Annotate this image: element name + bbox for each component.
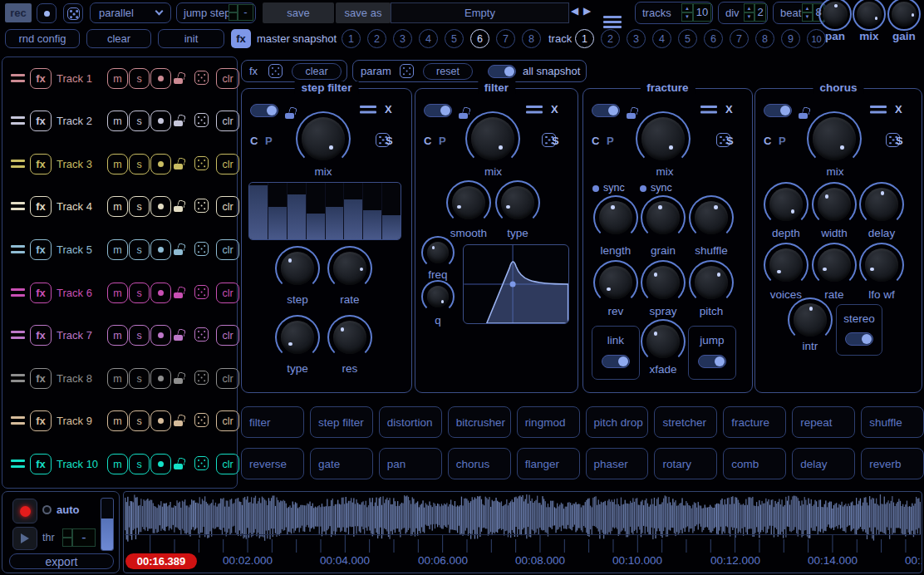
track-fx-button[interactable]: fx <box>30 325 52 346</box>
jump-step-down[interactable] <box>229 12 238 21</box>
menu-bars-icon[interactable] <box>360 106 376 108</box>
effect-button-rotary[interactable]: rotary <box>654 448 717 479</box>
drag-handle-icon[interactable] <box>11 202 25 204</box>
record-dot-button[interactable] <box>37 3 57 23</box>
jump-step-up[interactable] <box>229 4 238 12</box>
tracks-up[interactable]: ▲ <box>681 3 693 12</box>
export-button[interactable]: export <box>9 553 114 569</box>
record-button[interactable] <box>150 410 171 431</box>
close-x[interactable]: X <box>725 103 733 115</box>
mute-button[interactable]: m <box>107 454 128 474</box>
clear-track-button[interactable]: clr <box>216 154 239 174</box>
mute-button[interactable]: m <box>107 325 128 346</box>
effect-button-repeat[interactable]: repeat <box>792 406 855 438</box>
clear-track-button[interactable]: clr <box>216 368 239 389</box>
track-fx-button[interactable]: fx <box>30 239 52 260</box>
mode-dropdown[interactable]: parallel <box>90 2 171 23</box>
effect-button-comb[interactable]: comb <box>723 448 786 479</box>
master-gain-knob[interactable] <box>892 2 917 27</box>
track-snapshot-1[interactable]: 1 <box>575 29 594 48</box>
master-snapshot-4[interactable]: 4 <box>419 29 438 48</box>
solo-button[interactable]: s <box>129 68 150 89</box>
track-fx-button[interactable]: fx <box>30 196 52 217</box>
copy-button[interactable]: C <box>592 135 599 147</box>
mix-knob[interactable] <box>471 117 514 160</box>
lock-icon[interactable] <box>174 329 184 341</box>
drag-handle-icon[interactable] <box>11 74 25 76</box>
type-knob[interactable] <box>501 186 534 219</box>
fx-dice-icon[interactable] <box>268 64 283 78</box>
preset-name-field[interactable]: Empty <box>391 2 569 23</box>
lock-icon[interactable] <box>174 115 184 126</box>
master-snapshot-5[interactable]: 5 <box>445 29 464 48</box>
drag-handle-icon[interactable] <box>11 288 25 291</box>
paste-button[interactable]: P <box>607 135 614 147</box>
lock-icon[interactable] <box>174 372 184 384</box>
dice-icon[interactable] <box>194 199 209 213</box>
effect-button-fracture[interactable]: fracture <box>723 406 786 438</box>
close-x[interactable]: X <box>551 103 558 115</box>
master-snapshot-1[interactable]: 1 <box>342 29 361 48</box>
snapshot-s[interactable]: S <box>386 135 393 147</box>
step-knob[interactable] <box>281 252 314 285</box>
mute-button[interactable]: m <box>107 283 128 303</box>
res-knob[interactable] <box>333 321 366 354</box>
track-fx-button[interactable]: fx <box>30 368 52 389</box>
track-snapshot-8[interactable]: 8 <box>755 29 774 48</box>
q-knob[interactable] <box>427 286 449 307</box>
lock-icon[interactable] <box>285 107 296 119</box>
effect-button-reverb[interactable]: reverb <box>861 448 924 479</box>
mute-button[interactable]: m <box>107 196 128 217</box>
close-x[interactable]: X <box>895 103 902 115</box>
solo-button[interactable]: s <box>129 454 150 474</box>
solo-button[interactable]: s <box>129 368 150 389</box>
track-fx-button[interactable]: fx <box>30 283 52 303</box>
mix-knob[interactable] <box>302 117 345 160</box>
div-stepper[interactable]: div ▲ ▼ 2 <box>718 2 768 24</box>
track-fx-button[interactable]: fx <box>30 68 52 89</box>
solo-button[interactable]: s <box>129 196 150 217</box>
preset-next-button[interactable]: ▶ <box>583 5 591 17</box>
master-snapshot-7[interactable]: 7 <box>496 29 515 48</box>
mute-button[interactable]: m <box>107 111 128 131</box>
enable-toggle[interactable] <box>592 104 620 117</box>
snapshot-s[interactable]: S <box>552 135 559 147</box>
solo-button[interactable]: s <box>129 154 150 174</box>
effect-button-delay[interactable]: delay <box>792 448 855 479</box>
width-knob[interactable] <box>818 188 851 221</box>
effect-button-distortion[interactable]: distortion <box>379 406 442 438</box>
effect-button-stretcher[interactable]: stretcher <box>654 406 717 438</box>
lock-icon[interactable] <box>174 72 184 84</box>
track-fx-button[interactable]: fx <box>30 454 52 474</box>
menu-bars-icon[interactable] <box>526 106 543 108</box>
enable-toggle[interactable] <box>424 104 452 117</box>
record-button[interactable] <box>12 499 37 523</box>
stereo-toggle[interactable] <box>845 332 873 346</box>
track-snapshot-9[interactable]: 9 <box>781 29 800 48</box>
record-button[interactable] <box>150 454 171 474</box>
link-toggle[interactable] <box>602 355 630 368</box>
effect-button-bitcrusher[interactable]: bitcrusher <box>448 406 511 438</box>
rate-knob[interactable] <box>333 252 366 285</box>
master-pan-knob[interactable] <box>823 2 848 27</box>
jump-toggle[interactable] <box>698 355 726 368</box>
track-fx-button[interactable]: fx <box>30 154 52 174</box>
intr-knob[interactable] <box>794 303 827 337</box>
waveform-display[interactable] <box>125 493 921 553</box>
record-button[interactable] <box>150 154 171 174</box>
clear-track-button[interactable]: clr <box>216 454 239 474</box>
clear-track-button[interactable]: clr <box>216 196 239 217</box>
dice-icon[interactable] <box>194 413 209 427</box>
lock-icon[interactable] <box>174 243 184 255</box>
record-button[interactable] <box>150 283 171 303</box>
solo-button[interactable]: s <box>129 325 150 346</box>
init-button[interactable]: init <box>158 29 224 48</box>
drag-handle-icon[interactable] <box>11 416 25 419</box>
drag-handle-icon[interactable] <box>11 374 25 376</box>
track-fx-button[interactable]: fx <box>30 410 52 431</box>
clear-track-button[interactable]: clr <box>216 111 239 131</box>
clear-track-button[interactable]: clr <box>216 239 239 260</box>
menu-bars-icon[interactable] <box>700 106 717 108</box>
auto-radio[interactable] <box>42 505 52 514</box>
mute-button[interactable]: m <box>107 68 128 89</box>
